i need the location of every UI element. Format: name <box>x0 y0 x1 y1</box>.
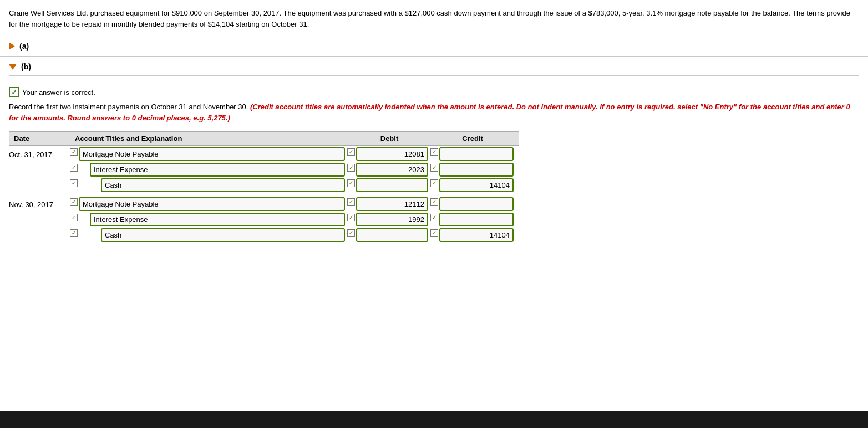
account-field-wrapper-3: ✓ <box>70 178 347 192</box>
table-row: ✓ ✓ <box>9 163 519 177</box>
debit-field-wrapper-3: ✓ <box>347 178 430 192</box>
debit-input-3[interactable] <box>356 178 428 192</box>
checkbox-4b[interactable]: ✓ <box>347 198 355 206</box>
credit-input-4[interactable] <box>439 197 514 211</box>
section-b-label: (b) <box>21 62 31 71</box>
checkbox-2c[interactable]: ✓ <box>430 164 438 172</box>
debit-field-wrapper-4: ✓ <box>347 197 430 211</box>
checkbox-2a[interactable]: ✓ <box>70 164 78 172</box>
account-input-2[interactable] <box>90 163 345 177</box>
col-header-debit: Debit <box>348 132 431 145</box>
account-field-wrapper-6: ✓ <box>70 228 347 242</box>
debit-field-wrapper-6: ✓ <box>347 228 430 242</box>
debit-input-1[interactable] <box>356 147 428 161</box>
checkbox-6c[interactable]: ✓ <box>430 229 438 237</box>
table-header: Date Account Titles and Explanation Debi… <box>9 131 519 146</box>
correct-badge: ✓ Your answer is correct. <box>9 87 859 97</box>
account-field-wrapper-5: ✓ <box>70 213 347 226</box>
instruction-text: Record the first two instalment payments… <box>9 102 859 124</box>
section-b-header: (b) <box>9 62 859 76</box>
credit-field-wrapper-2: ✓ <box>430 163 514 177</box>
checkbox-2b[interactable]: ✓ <box>347 164 355 172</box>
debit-input-5[interactable] <box>356 213 428 226</box>
credit-input-2[interactable] <box>439 163 514 177</box>
account-input-3[interactable] <box>101 178 345 192</box>
checkbox-4c[interactable]: ✓ <box>430 198 438 206</box>
problem-text: Crane Well Services Ltd. purchased equip… <box>0 0 868 36</box>
date-empty-3 <box>9 213 70 216</box>
checkbox-6a[interactable]: ✓ <box>70 229 78 237</box>
credit-field-wrapper-6: ✓ <box>430 228 514 242</box>
section-b: (b) ✓ Your answer is correct. Record the… <box>0 57 868 246</box>
expand-a-icon[interactable] <box>9 42 15 50</box>
account-input-5[interactable] <box>90 213 345 226</box>
credit-input-6[interactable] <box>439 228 514 242</box>
journal-table: Date Account Titles and Explanation Debi… <box>9 131 519 242</box>
checkbox-5c[interactable]: ✓ <box>430 214 438 221</box>
checkbox-6b[interactable]: ✓ <box>347 229 355 237</box>
checkbox-4a[interactable]: ✓ <box>70 198 78 206</box>
checkbox-1b[interactable]: ✓ <box>347 148 355 156</box>
col-header-credit: Credit <box>431 132 514 145</box>
credit-input-5[interactable] <box>439 213 514 226</box>
date-empty-2 <box>9 178 70 182</box>
debit-field-wrapper-2: ✓ <box>347 163 430 177</box>
checkbox-3a[interactable]: ✓ <box>70 179 78 187</box>
table-row: ✓ ✓ <box>9 178 519 192</box>
section-a-label: (a) <box>19 42 29 51</box>
col-header-account: Account Titles and Explanation <box>70 132 348 145</box>
table-row: Nov. 30, 2017 ✓ ✓ <box>9 197 519 211</box>
correct-check-icon: ✓ <box>9 87 19 97</box>
checkbox-1c[interactable]: ✓ <box>430 148 438 156</box>
credit-input-1[interactable] <box>439 147 514 161</box>
table-row: Oct. 31, 2017 ✓ ✓ <box>9 147 519 161</box>
account-field-wrapper-2: ✓ <box>70 163 347 177</box>
debit-field-wrapper-5: ✓ <box>347 213 430 226</box>
debit-field-wrapper-1: ✓ <box>347 147 430 161</box>
date-oct31: Oct. 31, 2017 <box>9 147 70 159</box>
date-empty-1 <box>9 163 70 166</box>
date-nov30: Nov. 30, 2017 <box>9 197 70 209</box>
account-input-6[interactable] <box>101 228 345 242</box>
credit-field-wrapper-3: ✓ <box>430 178 514 192</box>
checkbox-5a[interactable]: ✓ <box>70 214 78 221</box>
account-field-wrapper-4: ✓ <box>70 197 347 211</box>
account-input-4[interactable] <box>79 197 345 211</box>
account-field-wrapper-1: ✓ <box>70 147 347 161</box>
debit-input-2[interactable] <box>356 163 428 177</box>
debit-input-4[interactable] <box>356 197 428 211</box>
col-header-date: Date <box>9 132 70 145</box>
checkbox-3b[interactable]: ✓ <box>347 179 355 187</box>
account-input-1[interactable] <box>79 147 345 161</box>
credit-field-wrapper-4: ✓ <box>430 197 514 211</box>
table-row: ✓ ✓ <box>9 228 519 242</box>
table-row: ✓ ✓ <box>9 213 519 226</box>
checkbox-1a[interactable]: ✓ <box>70 148 78 156</box>
section-b-content: ✓ Your answer is correct. Record the fir… <box>9 76 859 246</box>
credit-input-3[interactable] <box>439 178 514 192</box>
checkbox-5b[interactable]: ✓ <box>347 214 355 221</box>
expand-b-icon[interactable] <box>9 64 17 70</box>
correct-text: Your answer is correct. <box>22 88 95 97</box>
date-empty-4 <box>9 228 70 231</box>
section-a[interactable]: (a) <box>0 36 868 57</box>
credit-field-wrapper-1: ✓ <box>430 147 514 161</box>
credit-field-wrapper-5: ✓ <box>430 213 514 226</box>
checkbox-3c[interactable]: ✓ <box>430 179 438 187</box>
debit-input-6[interactable] <box>356 228 428 242</box>
bottom-bar <box>0 411 868 428</box>
